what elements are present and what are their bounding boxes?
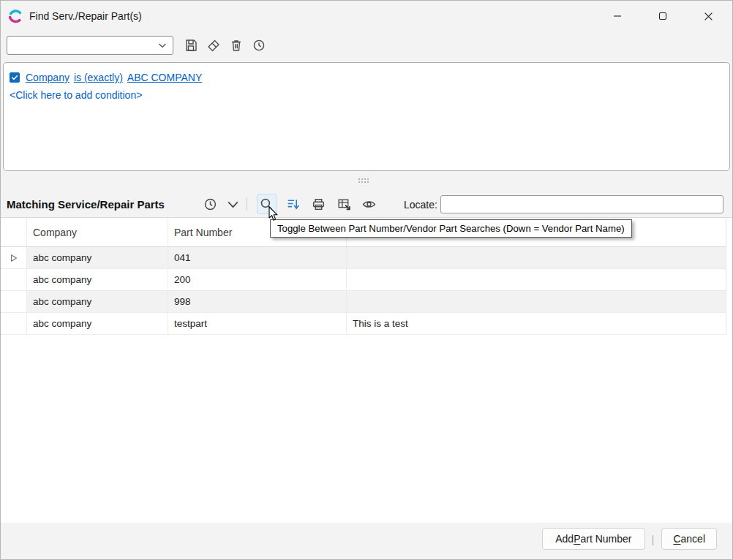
condition-checkbox[interactable]	[10, 72, 20, 83]
visibility-button[interactable]	[360, 194, 377, 213]
search-history-button[interactable]	[251, 37, 267, 54]
cell-company[interactable]: abc company	[27, 313, 168, 334]
close-button[interactable]	[685, 1, 731, 31]
minimize-icon	[613, 12, 622, 20]
locate-input[interactable]	[440, 195, 723, 213]
app-logo-icon	[8, 9, 23, 23]
sort-icon	[285, 197, 301, 212]
results-table-area: Company Part Number abc company 041 abc …	[1, 217, 732, 523]
results-history-dropdown-button[interactable]	[224, 194, 241, 213]
cell-company[interactable]: abc company	[27, 247, 168, 268]
toggle-search-tooltip: Toggle Between Part Number/Vendor Part S…	[270, 219, 632, 238]
toolbar-separator	[247, 197, 247, 211]
condition-field-link[interactable]: Company	[26, 72, 69, 83]
add-part-number-button[interactable]: Add Part Number	[542, 528, 644, 550]
chevron-down-icon	[225, 197, 241, 212]
cell-description[interactable]: This is a test	[347, 313, 726, 334]
results-section-bar: Matching Service/Repair Parts L	[1, 189, 732, 217]
clock-icon	[252, 38, 266, 53]
condition-row: Company is (exactly) ABC COMPANY	[10, 69, 723, 86]
table-row[interactable]: abc company 200	[1, 269, 726, 291]
condition-value-link[interactable]: ABC COMPANY	[127, 72, 202, 83]
splitter-grip[interactable]	[358, 178, 369, 183]
results-section-title: Matching Service/Repair Parts	[7, 198, 165, 211]
row-selector-cell[interactable]	[1, 291, 27, 312]
eraser-icon	[206, 38, 221, 53]
cell-company[interactable]: abc company	[27, 291, 168, 312]
clear-search-button[interactable]	[206, 37, 222, 54]
clock-icon	[203, 197, 218, 212]
row-selector-cell[interactable]	[1, 269, 27, 290]
chevron-down-icon	[157, 39, 168, 51]
cell-part-number[interactable]: 998	[168, 291, 347, 312]
maximize-icon	[658, 12, 667, 20]
add-condition-link[interactable]: <Click here to add condition>	[10, 89, 723, 101]
eye-icon	[361, 197, 377, 212]
button-separator: |	[652, 533, 655, 545]
cell-description[interactable]	[347, 291, 726, 312]
close-icon	[704, 12, 713, 21]
mouse-cursor-icon	[268, 206, 279, 222]
save-icon	[184, 38, 198, 53]
condition-operator-link[interactable]: is (exactly)	[74, 72, 123, 83]
column-header-company[interactable]: Company	[27, 218, 168, 246]
table-row[interactable]: abc company 998	[1, 291, 726, 313]
current-row-indicator-icon	[10, 254, 18, 262]
locate-label: Locate:	[404, 199, 437, 211]
find-parts-dialog: { "window": { "title": "Find Serv./Repai…	[0, 0, 733, 560]
sort-button[interactable]	[284, 194, 301, 213]
minimize-button[interactable]	[595, 1, 640, 31]
table-row[interactable]: abc company testpart This is a test	[1, 313, 726, 335]
window-title: Find Serv./Repair Part(s)	[29, 10, 142, 22]
cell-part-number[interactable]: 041	[168, 247, 347, 268]
search-conditions-panel: Company is (exactly) ABC COMPANY <Click …	[3, 62, 730, 171]
trash-icon	[229, 38, 244, 53]
table-row[interactable]: abc company 041	[1, 247, 726, 269]
grid-export-icon	[337, 197, 352, 212]
row-selector-cell[interactable]	[1, 247, 27, 268]
saved-search-combobox[interactable]	[7, 36, 173, 55]
save-search-button[interactable]	[183, 37, 199, 54]
cell-company[interactable]: abc company	[27, 269, 168, 290]
cell-part-number[interactable]: testpart	[168, 313, 347, 334]
export-grid-button[interactable]	[335, 194, 353, 213]
search-toolbar	[1, 34, 732, 56]
cancel-button[interactable]: Cancel	[661, 528, 717, 550]
cell-part-number[interactable]: 200	[168, 269, 347, 290]
results-history-button[interactable]	[201, 194, 219, 213]
window-controls	[595, 1, 731, 31]
cell-description[interactable]	[347, 247, 726, 268]
row-selector-cell[interactable]	[1, 313, 27, 334]
search-toolbar-icons	[183, 37, 274, 54]
printer-icon	[311, 197, 326, 212]
print-button[interactable]	[309, 194, 327, 213]
maximize-button[interactable]	[640, 1, 685, 31]
cell-description[interactable]	[347, 269, 726, 290]
dialog-footer: Add Part Number | Cancel	[1, 523, 732, 560]
title-bar: Find Serv./Repair Part(s)	[1, 1, 732, 31]
delete-search-button[interactable]	[228, 37, 244, 54]
header-selector-cell	[1, 218, 27, 246]
